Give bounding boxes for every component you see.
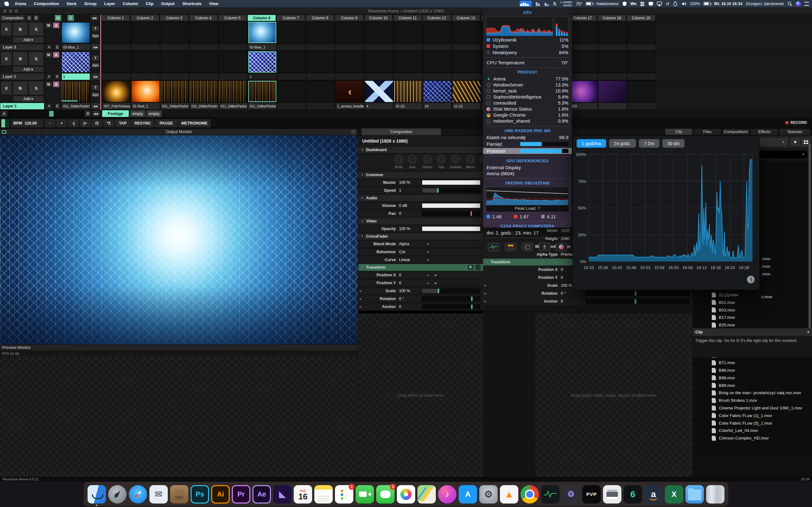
clip-cell[interactable]: 11 (2) (452, 80, 481, 110)
slider[interactable] (422, 188, 480, 193)
active-clip-name[interactable]: 1 (61, 73, 90, 80)
clip-t-button[interactable]: T (91, 25, 100, 32)
user-menu-item[interactable]: Grzegorz Jakubowski (746, 2, 784, 6)
dock-mail[interactable]: ✉ (149, 485, 168, 504)
layer-m-button[interactable]: M (45, 81, 52, 88)
property-value[interactable]: Linear (399, 258, 422, 262)
gpu-processor-row[interactable]: Procesor (483, 148, 572, 154)
slider[interactable] (422, 180, 480, 185)
active-clip-name[interactable]: 03 Blue_1 (61, 44, 90, 51)
clip-cell[interactable] (277, 51, 306, 80)
layer-m-button[interactable]: M (45, 52, 52, 58)
transport-tap[interactable]: TAP (115, 119, 131, 127)
slider[interactable] (586, 291, 690, 296)
range-24-godz-[interactable]: 24 godz. (609, 139, 636, 148)
section-transform[interactable]: ▼TransformP. (358, 264, 483, 271)
clip-t-button[interactable]: T (91, 84, 100, 91)
active-clip-thumbnail[interactable] (61, 81, 90, 102)
favorites-button[interactable]: ♥ (791, 138, 800, 146)
tab-compositions[interactable]: Compositions (722, 128, 750, 135)
istat-app-icon[interactable] (556, 243, 567, 251)
clip-cell[interactable] (569, 51, 598, 80)
clip-cell[interactable] (277, 21, 306, 51)
file-row[interactable]: B89.mov (693, 382, 809, 389)
clip-cell[interactable] (452, 21, 481, 51)
clip-cell[interactable] (102, 51, 131, 80)
menu-deck[interactable]: Deck (67, 1, 77, 6)
clip-thumbnail[interactable] (394, 21, 422, 43)
slider[interactable] (422, 211, 480, 216)
column-header-2[interactable]: Column 2 (131, 14, 159, 21)
dock-maps[interactable] (417, 485, 436, 504)
clip-thumbnail[interactable] (336, 51, 364, 73)
slider[interactable] (422, 226, 480, 231)
decrement-button[interactable]: − (427, 273, 429, 278)
section-crossfader[interactable]: ▼CrossFader (358, 233, 483, 240)
layer-name[interactable]: Layer 2 (0, 73, 44, 80)
clip-thumbnail[interactable] (423, 21, 452, 43)
section-common[interactable]: ▼Common (358, 171, 483, 178)
clip-cell[interactable] (627, 80, 656, 110)
range-1-godzina[interactable]: 1 godzina (577, 139, 606, 148)
file-row[interactable]: B01.mov (693, 299, 809, 306)
slider[interactable] (586, 299, 690, 304)
output-monitor-detach-icon[interactable]: × (351, 130, 356, 134)
process-row[interactable]: SophosWebIntelligence5.4% (487, 94, 568, 100)
clip-cell[interactable] (569, 21, 598, 51)
slider[interactable] (422, 304, 480, 309)
file-row[interactable]: Bring on the man– przetańczyć całą noc.m… (693, 389, 809, 396)
cpu-history-window[interactable]: 1 godzina24 godz.7 Dni30 dni 15:3315:381… (572, 135, 760, 290)
clip-cell[interactable] (598, 51, 627, 80)
clip-cell[interactable] (627, 21, 656, 51)
column-header-18[interactable]: Column 18 (598, 14, 626, 21)
clip-cell[interactable] (190, 51, 218, 80)
file-row[interactable]: B03.mov (693, 306, 809, 314)
slider[interactable] (422, 203, 480, 208)
process-row[interactable]: coreaudiod5.3% (487, 100, 568, 106)
clip-cell[interactable]: 011_GlitterParticl... (219, 80, 247, 110)
column-header-1[interactable]: Column 1 (101, 14, 130, 21)
clip-thumbnail[interactable] (306, 51, 335, 73)
clip-alpha-button[interactable]: Alph (91, 92, 100, 98)
clip-thumbnail[interactable] (598, 21, 627, 43)
clip-thumbnail[interactable] (248, 51, 276, 73)
file-row[interactable]: Brush Strokes 1.mov (693, 397, 809, 404)
active-clip-thumbnail[interactable] (61, 22, 90, 43)
clip-cell[interactable]: 011_GlitterParticl... (160, 80, 189, 110)
composition-cell[interactable]: Composition (0, 14, 26, 21)
clip-thumbnail[interactable] (627, 21, 656, 43)
column-header-5[interactable]: Column 5 (218, 14, 247, 21)
clip-cell[interactable] (160, 21, 189, 51)
clip-cell[interactable]: 007_PathToHeave... (102, 80, 131, 110)
property-value[interactable]: 100 % (399, 289, 422, 293)
dock-photos[interactable] (397, 485, 415, 504)
clip-cell[interactable]: 011_GlitterParticl... (190, 80, 218, 110)
process-row[interactable]: 6Arena77.5% (487, 76, 568, 82)
active-clip-thumbnail[interactable] (61, 52, 90, 72)
clip-thumbnail[interactable] (131, 51, 160, 73)
tab-sources[interactable]: Sources (779, 128, 811, 135)
column-header-4[interactable]: Column 4 (189, 14, 217, 21)
slider-handle[interactable] (635, 291, 636, 296)
crossfader-a-button[interactable]: A (1, 110, 8, 117)
clip-t-button[interactable]: T (91, 55, 100, 61)
clip-thumbnail[interactable] (160, 80, 189, 102)
layer-a-button[interactable]: A (53, 22, 60, 29)
slider-handle[interactable] (471, 297, 473, 301)
property-value[interactable]: 0 ° (399, 297, 422, 301)
clip-thumbnail[interactable] (190, 51, 218, 73)
shield-icon[interactable] (622, 1, 627, 6)
app-badge-icon[interactable]: We (630, 2, 637, 6)
menu-clock[interactable]: Wt. 16.10 16:34 (714, 2, 743, 6)
clip-thumbnail[interactable] (102, 80, 131, 102)
terminal-tool-icon[interactable] (522, 243, 533, 251)
dock-printer[interactable] (603, 485, 621, 504)
deck-transport-buttons[interactable]: ◀ ▶ (92, 110, 100, 117)
column-header-19[interactable]: Column 19 (627, 14, 655, 21)
clip-thumbnail[interactable]: ‹ (336, 80, 364, 102)
clip-thumbnail[interactable] (131, 21, 160, 43)
dock-finder[interactable] (88, 485, 106, 504)
composition-m-button[interactable]: M (55, 14, 61, 21)
property-value[interactable]: 0 (399, 304, 422, 309)
clip-cell[interactable] (131, 21, 160, 51)
